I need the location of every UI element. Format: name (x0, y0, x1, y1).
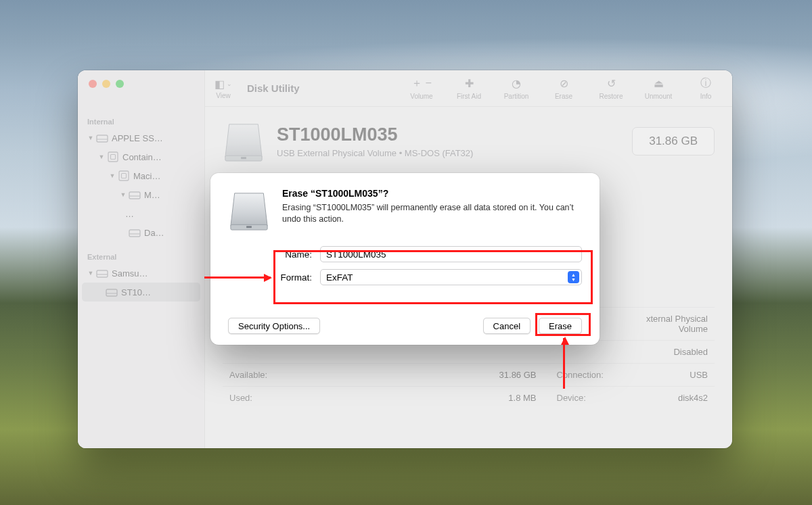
view-label: View (216, 92, 231, 99)
zoom-window-button[interactable] (116, 80, 124, 88)
detail-connection-label: Connection: (543, 364, 618, 387)
chevron-down-icon: ▼ (87, 270, 94, 276)
toolbar-erase[interactable]: ⊘ Erase (547, 77, 581, 100)
sidebar-item-data[interactable]: Da… (78, 223, 204, 242)
erase-icon: ⊘ (560, 77, 568, 91)
toolbar-info[interactable]: ⓘ Info (689, 77, 723, 100)
info-icon: ⓘ (700, 77, 711, 91)
view-button[interactable]: ◧⌄ View (215, 78, 232, 99)
sidebar-icon: ◧ (215, 78, 225, 91)
annotation-arrow-erase (563, 338, 565, 389)
volume-icon (106, 150, 118, 164)
updown-icon: ▲▼ (568, 271, 579, 283)
sidebar-item-label: … (125, 209, 134, 219)
stethoscope-icon: ✚ (465, 77, 474, 91)
chevron-down-icon: ▼ (109, 172, 116, 179)
volume-icon (117, 169, 129, 183)
detail-device-label: Device: (543, 387, 618, 410)
chevron-down-icon: ▼ (87, 135, 94, 141)
sidebar-heading-external: External (78, 249, 204, 264)
disk-icon (128, 188, 140, 201)
format-label: Format: (269, 272, 320, 283)
sidebar-item-apple-ssd[interactable]: ▼ APPLE SS… (78, 128, 204, 147)
chevron-down-icon: ▼ (120, 191, 127, 198)
sidebar-item-label: Contain… (122, 152, 162, 162)
eject-icon: ⏏ (654, 77, 664, 91)
sidebar-item-label: M… (144, 190, 160, 200)
plus-minus-icon: ＋ − (411, 77, 432, 91)
sidebar-item-label: Da… (144, 228, 164, 238)
sidebar-item-macintosh[interactable]: ▼ Maci… (78, 166, 204, 185)
sidebar-heading-internal: Internal (78, 114, 204, 128)
disk-icon (95, 131, 108, 145)
window-controls (78, 80, 204, 88)
sidebar-item-dots[interactable]: … (78, 204, 204, 223)
dialog-form: Name: Format: ExFAT ▲▼ (269, 246, 582, 285)
cancel-button[interactable]: Cancel (483, 318, 531, 334)
erase-button[interactable]: Erase (539, 318, 582, 334)
disk-icon (95, 266, 108, 280)
detail-type-value: xternal Physical Volume (618, 308, 715, 341)
sidebar-item-label: Maci… (133, 171, 160, 181)
partition-icon: ◔ (512, 77, 521, 91)
drive-icon (223, 120, 265, 162)
annotation-arrow-form (204, 276, 271, 279)
detail-connection-value: USB (618, 364, 715, 387)
volume-title: ST1000LM035 (277, 124, 473, 145)
detail-owners-value: Disabled (618, 341, 715, 364)
format-value: ExFAT (326, 272, 353, 283)
detail-used-value: 1.8 MB (297, 387, 543, 410)
minimize-window-button[interactable] (102, 80, 110, 88)
detail-available-value: 31.86 GB (297, 364, 543, 387)
sidebar: Internal ▼ APPLE SS… ▼ Contain… ▼ Maci… (78, 70, 205, 448)
toolbar-first-aid[interactable]: ✚ First Aid (452, 77, 486, 100)
name-input[interactable] (320, 246, 582, 262)
format-select[interactable]: ExFAT ▲▼ (320, 269, 582, 285)
desktop-wallpaper: Internal ▼ APPLE SS… ▼ Contain… ▼ Maci… (0, 0, 812, 505)
drive-icon (228, 188, 270, 233)
sidebar-item-label: Samsu… (112, 268, 148, 279)
disk-icon (128, 226, 140, 239)
security-options-button[interactable]: Security Options... (228, 318, 320, 334)
toolbar-unmount[interactable]: ⏏ Unmount (641, 77, 675, 100)
volume-header: ST1000LM035 USB External Physical Volume… (223, 120, 715, 162)
dialog-body: Erasing “ST1000LM035” will permanently e… (282, 202, 582, 225)
toolbar-restore[interactable]: ↺ Restore (594, 77, 628, 100)
close-window-button[interactable] (89, 80, 97, 88)
sidebar-item-samsung[interactable]: ▼ Samsu… (78, 264, 204, 283)
detail-used-label: Used: (223, 387, 297, 410)
sidebar-item-label: ST10… (121, 287, 151, 297)
volume-subtitle: USB External Physical Volume • MS-DOS (F… (277, 148, 473, 158)
sidebar-item-label: APPLE SS… (112, 133, 163, 143)
toolbar: ◧⌄ View Disk Utility ＋ − Volume ✚ First … (205, 70, 732, 107)
window-title: Disk Utility (247, 82, 300, 94)
sidebar-item-container[interactable]: ▼ Contain… (78, 147, 204, 166)
disk-icon (105, 285, 117, 299)
detail-available-label: Available: (223, 364, 297, 387)
toolbar-partition[interactable]: ◔ Partition (499, 77, 533, 100)
sidebar-item-st10-selected[interactable]: ST10… (82, 283, 200, 302)
restore-icon: ↺ (607, 77, 616, 91)
erase-dialog: Erase “ST1000LM035”? Erasing “ST1000LM03… (210, 173, 600, 345)
sidebar-item-m[interactable]: ▼ M… (78, 185, 204, 204)
dialog-title: Erase “ST1000LM035”? (282, 188, 582, 199)
chevron-down-icon: ⌄ (227, 80, 232, 87)
volume-size: 31.86 GB (632, 127, 715, 155)
chevron-down-icon: ▼ (98, 153, 105, 160)
detail-device-value: disk4s2 (618, 387, 715, 410)
name-label: Name: (269, 249, 320, 260)
toolbar-volume[interactable]: ＋ − Volume (405, 77, 438, 100)
